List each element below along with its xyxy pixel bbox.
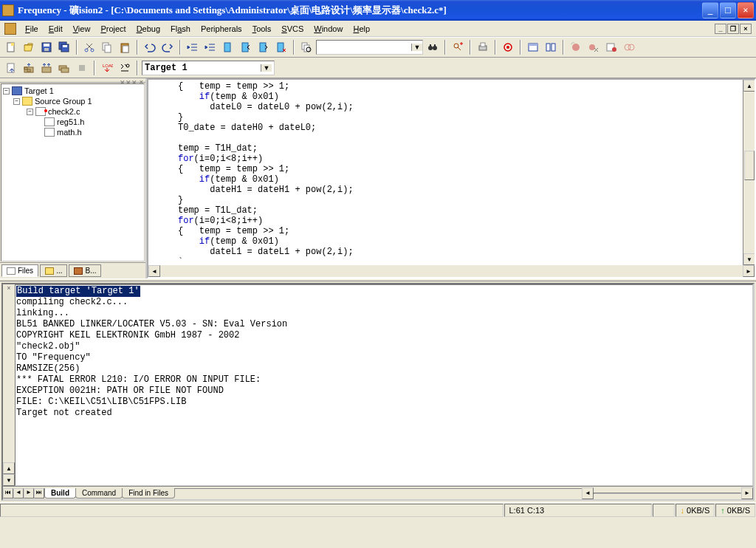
chevron-down-icon[interactable]: ▼ bbox=[261, 64, 272, 72]
tree-file-math[interactable]: math.h bbox=[3, 127, 142, 137]
incremental-find-button[interactable] bbox=[450, 39, 466, 55]
target-selector-input[interactable] bbox=[142, 61, 261, 75]
tree-file-check2[interactable]: −check2.c bbox=[3, 106, 142, 117]
menu-tools[interactable]: Tools bbox=[248, 23, 276, 35]
tab-last-button[interactable]: ⏭ bbox=[34, 488, 44, 499]
tree-target[interactable]: −Target 1 bbox=[3, 86, 142, 96]
translate-button[interactable] bbox=[3, 60, 19, 76]
pane-grip[interactable]: ⨯⨯⨯ × bbox=[0, 78, 145, 83]
menu-debug[interactable]: Debug bbox=[132, 23, 165, 35]
bookmark-toggle-button[interactable] bbox=[220, 39, 236, 55]
build-output-line: Target not created bbox=[16, 408, 752, 419]
cut-button[interactable] bbox=[81, 39, 97, 55]
tab-build[interactable]: Build bbox=[44, 488, 76, 499]
menu-flash[interactable]: Flash bbox=[166, 23, 195, 35]
status-net-down: ↓ 0KB/S bbox=[676, 504, 715, 517]
window-title: Frequency - 礦ision2 - [C:\Documents and … bbox=[18, 4, 702, 17]
tab-first-button[interactable]: ⏮ bbox=[3, 488, 13, 499]
editor-viewport[interactable]: { temp = temp >> 1; if(temp & 0x01) date… bbox=[148, 80, 755, 265]
menu-peripherals[interactable]: Peripherals bbox=[196, 23, 247, 35]
breakpoint-enable-button[interactable] bbox=[603, 39, 619, 55]
window-button-1[interactable] bbox=[525, 39, 541, 55]
tab-regs[interactable]: ... bbox=[40, 264, 67, 277]
bookmark-next-button[interactable] bbox=[255, 39, 272, 55]
horizontal-splitter[interactable] bbox=[0, 278, 756, 281]
hscroll-right-button[interactable]: ► bbox=[741, 487, 753, 499]
chevron-down-icon[interactable]: ▼ bbox=[411, 44, 422, 51]
tree-group[interactable]: −Source Group 1 bbox=[3, 96, 142, 106]
tab-find-in-files[interactable]: Find in Files bbox=[122, 488, 175, 499]
paste-button[interactable] bbox=[117, 39, 133, 55]
indent-button[interactable] bbox=[202, 39, 219, 55]
source-code[interactable]: { temp = temp >> 1; if(temp & 0x01) date… bbox=[148, 80, 755, 265]
menu-view[interactable]: View bbox=[69, 23, 95, 35]
editor-vscrollbar[interactable]: ▲ ▼ bbox=[743, 80, 755, 265]
menu-edit[interactable]: Edit bbox=[44, 23, 67, 35]
build-button[interactable] bbox=[21, 60, 37, 76]
scroll-left-button[interactable]: ◄ bbox=[148, 265, 160, 277]
hscroll-left-button[interactable]: ◄ bbox=[582, 487, 594, 499]
breakpoint-disable-button[interactable] bbox=[621, 39, 637, 55]
scroll-thumb[interactable] bbox=[744, 151, 755, 180]
rebuild-button[interactable] bbox=[38, 60, 55, 76]
bookmark-prev-button[interactable] bbox=[238, 39, 254, 55]
menu-svcs[interactable]: SVCS bbox=[277, 23, 308, 35]
scroll-up-button[interactable]: ▲ bbox=[743, 80, 755, 92]
find-combo[interactable]: ▼ bbox=[316, 40, 423, 55]
save-button[interactable] bbox=[38, 39, 55, 55]
bookmark-clear-button[interactable] bbox=[273, 39, 289, 55]
build-output-line: linking... bbox=[16, 308, 752, 319]
menu-help[interactable]: Help bbox=[348, 23, 374, 35]
print-button[interactable] bbox=[475, 39, 491, 55]
redo-button[interactable] bbox=[159, 39, 176, 55]
build-batch-button[interactable] bbox=[56, 60, 72, 76]
stop-build-button[interactable] bbox=[74, 60, 90, 76]
tab-prev-button[interactable]: ◄ bbox=[13, 488, 24, 499]
menu-project[interactable]: Project bbox=[96, 23, 130, 35]
close-button[interactable]: × bbox=[738, 2, 754, 18]
outdent-button[interactable] bbox=[185, 39, 201, 55]
build-output[interactable]: Build target 'Target 1' compiling check2… bbox=[15, 284, 753, 486]
build-output-line: FILE: C:\KEIL\C51\LIB\C51FPS.LIB bbox=[16, 397, 752, 408]
scroll-down-button[interactable]: ▼ bbox=[3, 474, 15, 486]
open-file-button[interactable] bbox=[21, 39, 37, 55]
editor-pane: { temp = temp >> 1; if(temp & 0x01) date… bbox=[147, 78, 756, 278]
mdi-minimize-button[interactable]: _ bbox=[715, 24, 726, 34]
menu-window[interactable]: Window bbox=[309, 23, 347, 35]
scroll-up-button[interactable]: ▲ bbox=[3, 462, 15, 474]
new-file-button[interactable] bbox=[3, 39, 19, 55]
build-output-line: BL51 BANKED LINKER/LOCATER V5.03 - SN: E… bbox=[16, 319, 752, 330]
options-button[interactable] bbox=[117, 60, 133, 76]
undo-button[interactable] bbox=[142, 39, 158, 55]
svg-rect-3 bbox=[44, 44, 49, 47]
menu-file[interactable]: File bbox=[21, 23, 43, 35]
tab-books[interactable]: B... bbox=[69, 264, 101, 277]
tab-command[interactable]: Command bbox=[75, 488, 123, 499]
tab-files[interactable]: Files bbox=[1, 264, 38, 277]
save-all-button[interactable] bbox=[56, 39, 72, 55]
find-input[interactable] bbox=[317, 41, 411, 54]
find-in-files-button[interactable] bbox=[298, 39, 315, 55]
breakpoint-kill-button[interactable] bbox=[585, 39, 602, 55]
debug-start-button[interactable] bbox=[500, 39, 516, 55]
arrow-down-icon: ↓ bbox=[681, 506, 685, 515]
tree-file-reg51[interactable]: reg51.h bbox=[3, 117, 142, 127]
mdi-close-button[interactable]: × bbox=[740, 24, 752, 34]
maximize-button[interactable]: □ bbox=[720, 2, 736, 18]
svg-text:LOAD: LOAD bbox=[103, 64, 113, 68]
download-button[interactable]: LOAD bbox=[99, 60, 115, 76]
breakpoint-button[interactable] bbox=[568, 39, 584, 55]
tab-label: Files bbox=[18, 267, 33, 275]
scroll-down-button[interactable]: ▼ bbox=[743, 253, 755, 265]
editor-hscrollbar[interactable]: ◄ ► bbox=[148, 265, 755, 277]
mdi-restore-button[interactable]: ❐ bbox=[727, 24, 739, 34]
binoculars-button[interactable] bbox=[425, 39, 441, 55]
window-button-2[interactable] bbox=[543, 39, 559, 55]
project-tree[interactable]: −Target 1 −Source Group 1 −check2.c reg5… bbox=[1, 83, 145, 261]
target-selector[interactable]: ▼ bbox=[142, 61, 275, 75]
scroll-right-button[interactable]: ► bbox=[743, 265, 755, 277]
copy-button[interactable] bbox=[99, 39, 115, 55]
minimize-button[interactable]: _ bbox=[702, 2, 718, 18]
output-left-gutter[interactable]: × ▲ ▼ bbox=[3, 284, 15, 486]
tab-next-button[interactable]: ► bbox=[24, 488, 34, 499]
